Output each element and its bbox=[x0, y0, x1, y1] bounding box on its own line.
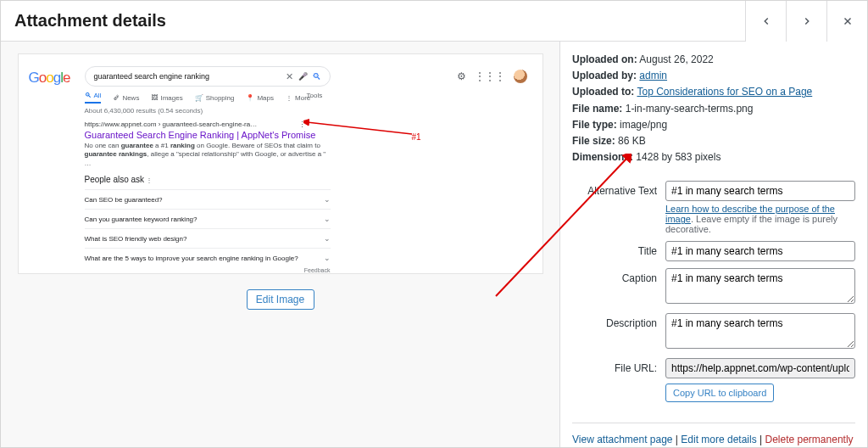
paa-feedback: Feedback bbox=[85, 267, 331, 273]
preview-pane: Google guaranteed search engine ranking … bbox=[1, 42, 560, 447]
result-title: Guaranteed Search Engine Ranking | AppNe… bbox=[85, 130, 331, 140]
meta-uploaded-to: Uploaded to: Top Considerations for SEO … bbox=[572, 84, 855, 100]
title-input[interactable] bbox=[665, 241, 855, 261]
attachment-details-modal: Attachment details Google guaranteed sea… bbox=[0, 0, 868, 448]
google-tools-link: Tools bbox=[307, 92, 323, 99]
google-result-tabs: 🔍︎All 🗞News 🖼Images 🛒Shopping 📍Maps ⋮Mor… bbox=[85, 92, 311, 104]
meta-file-type: File type: image/png bbox=[572, 117, 855, 133]
caption-textarea[interactable]: #1 in many search terms bbox=[665, 268, 855, 304]
edit-details-link[interactable]: Edit more details bbox=[681, 434, 756, 445]
details-pane: Uploaded on: August 26, 2022 Uploaded by… bbox=[560, 42, 867, 447]
description-label: Description bbox=[572, 313, 665, 329]
attachment-actions: View attachment page | Edit more details… bbox=[572, 434, 855, 445]
view-attachment-link[interactable]: View attachment page bbox=[572, 434, 673, 445]
close-icon bbox=[842, 15, 854, 27]
alt-text-help: Learn how to describe the purpose of the… bbox=[665, 204, 855, 234]
chevron-left-icon bbox=[760, 15, 772, 27]
google-search-bar: guaranteed search engine ranking ✕ 🔍︎ bbox=[85, 66, 331, 87]
delete-permanently-link[interactable]: Delete permanently bbox=[765, 434, 854, 445]
paa-item: What are the 5 ways to improve your sear… bbox=[85, 248, 331, 267]
copy-url-button[interactable]: Copy URL to clipboard bbox=[665, 384, 774, 402]
attachment-preview-image: Google guaranteed search engine ranking … bbox=[18, 53, 543, 274]
paa-item: What is SEO friendly web design? bbox=[85, 228, 331, 248]
modal-header: Attachment details bbox=[1, 1, 867, 42]
chevron-right-icon bbox=[801, 15, 813, 27]
separator bbox=[572, 423, 855, 423]
meta-uploaded-by: Uploaded by: admin bbox=[572, 68, 855, 84]
description-textarea[interactable]: #1 in many search terms bbox=[665, 313, 855, 349]
paa-heading: People also ask bbox=[85, 175, 331, 184]
meta-file-name: File name: 1-in-many-search-terms.png bbox=[572, 101, 855, 117]
next-attachment-button[interactable] bbox=[786, 1, 826, 42]
prev-attachment-button[interactable] bbox=[745, 1, 786, 42]
result-stats: About 6,430,000 results (0.54 seconds) bbox=[85, 107, 203, 115]
settings-gear-icon: ⚙ bbox=[457, 70, 466, 82]
fileurl-label: File URL: bbox=[572, 358, 665, 374]
modal-body: Google guaranteed search engine ranking … bbox=[1, 42, 867, 447]
annotation-marker: #1 bbox=[412, 132, 421, 142]
google-logo: Google bbox=[29, 70, 70, 87]
paa-item: Can you guarantee keyword ranking? bbox=[85, 209, 331, 228]
clear-search-icon: ✕ bbox=[286, 71, 293, 82]
title-label: Title bbox=[572, 241, 665, 257]
search-query-text: guaranteed search engine ranking bbox=[94, 72, 286, 81]
modal-title: Attachment details bbox=[14, 11, 166, 31]
result-more-icon: ⋮ bbox=[298, 120, 306, 129]
alt-text-label: Alternative Text bbox=[572, 181, 665, 197]
people-also-ask: People also ask Can SEO be guaranteed? C… bbox=[85, 175, 331, 273]
uploaded-to-link[interactable]: Top Considerations for SEO on a Page bbox=[637, 86, 812, 98]
alt-text-input[interactable] bbox=[665, 181, 855, 201]
result-url: https://www.appnet.com › guaranteed-sear… bbox=[85, 120, 331, 128]
meta-uploaded-on: Uploaded on: August 26, 2022 bbox=[572, 52, 855, 68]
uploaded-by-link[interactable]: admin bbox=[639, 70, 667, 81]
edit-image-button[interactable]: Edit Image bbox=[247, 289, 314, 310]
header-controls bbox=[745, 1, 867, 41]
meta-dimensions: Dimensions: 1428 by 583 pixels bbox=[572, 149, 855, 165]
result-description: No one can guarantee a #1 ranking on Goo… bbox=[85, 142, 331, 168]
user-avatar bbox=[514, 70, 527, 83]
microphone-icon bbox=[298, 72, 307, 81]
paa-item: Can SEO be guaranteed? bbox=[85, 189, 331, 209]
apps-grid-icon: ⋮⋮⋮ bbox=[475, 70, 505, 82]
meta-file-size: File size: 86 KB bbox=[572, 133, 855, 149]
search-icon: 🔍︎ bbox=[312, 71, 321, 81]
caption-label: Caption bbox=[572, 268, 665, 284]
close-modal-button[interactable] bbox=[826, 1, 867, 42]
fileurl-input[interactable] bbox=[665, 358, 855, 378]
first-search-result: https://www.appnet.com › guaranteed-sear… bbox=[85, 120, 331, 168]
